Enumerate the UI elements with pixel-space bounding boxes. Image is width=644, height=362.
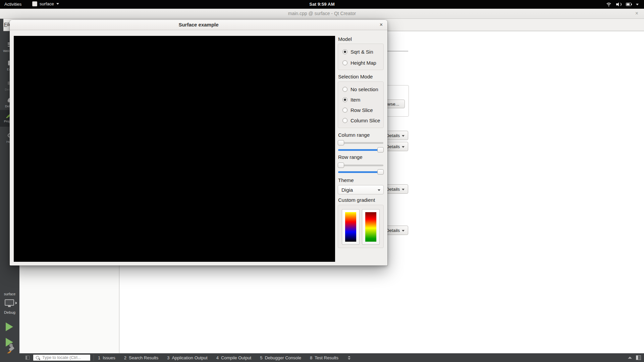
column-range-min-slider[interactable] xyxy=(338,140,384,146)
pane-button-search-results[interactable]: 2 Search Results xyxy=(124,355,158,360)
custom-gradient-label: Custom gradient xyxy=(338,197,375,203)
locator-input[interactable] xyxy=(33,355,90,361)
statusbar-separator xyxy=(94,355,94,361)
theme-combobox[interactable]: Digia xyxy=(338,185,384,194)
slider-track[interactable] xyxy=(338,142,383,144)
pane-number: 2 xyxy=(124,355,126,360)
pane-number: 8 xyxy=(310,355,312,360)
pane-button-issues[interactable]: 1 Issues xyxy=(98,355,115,360)
radio-label: Height Map xyxy=(351,60,376,66)
radio-icon[interactable] xyxy=(342,87,347,92)
theme-label: Theme xyxy=(338,178,354,183)
pane-number: 1 xyxy=(98,355,100,360)
play-icon xyxy=(6,322,13,331)
gradient-two-swatch xyxy=(365,212,376,242)
pane-number: 5 xyxy=(260,355,262,360)
pane-button-debugger-console[interactable]: 5 Debugger Console xyxy=(260,355,301,360)
radio-height-map[interactable]: Height Map xyxy=(342,60,376,65)
pane-cycle-arrows-icon[interactable] xyxy=(348,356,351,360)
radio-row-slice[interactable]: Row Slice xyxy=(342,107,373,113)
surface-3d-viewport[interactable] xyxy=(14,36,335,262)
radio-icon[interactable] xyxy=(342,118,347,123)
dialog-titlebar: Surface example × xyxy=(10,20,387,30)
model-section-label: Model xyxy=(338,37,352,42)
qtcreator-titlebar: main.cpp @ surface - Qt Creator × xyxy=(0,9,644,19)
chevron-down-icon xyxy=(402,146,405,148)
qtcreator-window-title: main.cpp @ surface - Qt Creator xyxy=(0,9,644,18)
radio-sqrt-sin[interactable]: Sqrt & Sin xyxy=(342,49,373,54)
radio-icon[interactable] xyxy=(342,97,347,102)
window-corner xyxy=(0,19,3,31)
clock[interactable]: Sat 9:59 AM xyxy=(0,2,644,7)
model-groupbox: Sqrt & Sin Height Map xyxy=(338,44,384,70)
radio-column-slice[interactable]: Column Slice xyxy=(342,118,380,123)
slider-track[interactable] xyxy=(338,171,383,173)
theme-selected-value: Digia xyxy=(338,187,353,193)
target-selector-button[interactable] xyxy=(5,299,14,306)
radio-label: Row Slice xyxy=(351,107,373,113)
output-pane-buttons: 1 Issues 2 Search Results 3 Application … xyxy=(98,353,351,362)
pane-label: Debugger Console xyxy=(265,355,301,360)
gradient-two-button[interactable] xyxy=(362,209,380,245)
surface-example-dialog: Surface example × Model Sqrt & Sin Heigh… xyxy=(10,20,387,265)
selection-mode-section-label: Selection Mode xyxy=(338,74,373,79)
screen: Activities surface Sat 9:59 AM main.cpp … xyxy=(0,0,644,362)
pane-button-compile-output[interactable]: 4 Compile Output xyxy=(216,355,252,360)
selection-mode-groupbox: No selection Item Row Slice Column Slice xyxy=(338,81,384,128)
details-button-label: Details xyxy=(386,144,400,149)
column-range-max-slider[interactable] xyxy=(338,147,384,153)
pane-label: Search Results xyxy=(129,355,158,360)
target-build-config: Debug xyxy=(0,310,19,314)
locator[interactable] xyxy=(33,354,91,361)
chevron-down-icon xyxy=(402,189,405,190)
split-panel-icon[interactable] xyxy=(636,355,641,360)
battery-icon xyxy=(626,3,631,6)
radio-label: No selection xyxy=(351,86,378,92)
radio-item[interactable]: Item xyxy=(342,97,360,102)
details-button-label: Details xyxy=(386,133,400,138)
sidebar-toggle-icon[interactable] xyxy=(25,356,30,360)
expand-panel-icon[interactable] xyxy=(628,357,632,359)
chevron-down-icon xyxy=(402,230,405,232)
slider-handle[interactable] xyxy=(377,147,384,153)
details-button-label: Details xyxy=(386,187,400,192)
pane-button-application-output[interactable]: 3 Application Output xyxy=(167,355,207,360)
slider-track[interactable] xyxy=(338,149,383,151)
dialog-close-button[interactable]: × xyxy=(380,20,383,30)
statusbar: 1 Issues 2 Search Results 3 Application … xyxy=(0,353,644,362)
radio-no-selection[interactable]: No selection xyxy=(342,86,378,92)
pane-label: Issues xyxy=(103,355,115,360)
gradient-one-button[interactable] xyxy=(342,209,360,245)
chevron-down-icon xyxy=(402,135,405,137)
pane-label: Compile Output xyxy=(221,355,251,360)
pane-button-test-results[interactable]: 8 Test Results xyxy=(310,355,338,360)
custom-gradient-groupbox xyxy=(338,205,384,248)
radio-label: Column Slice xyxy=(351,118,380,123)
wifi-icon xyxy=(606,3,611,6)
radio-label: Item xyxy=(351,97,360,103)
volume-icon xyxy=(616,2,621,6)
chevron-down-icon xyxy=(636,4,639,5)
chevron-down-icon xyxy=(378,189,380,191)
slider-handle[interactable] xyxy=(338,140,344,145)
radio-icon[interactable] xyxy=(342,49,347,54)
radio-label: Sqrt & Sin xyxy=(351,49,373,55)
radio-icon[interactable] xyxy=(342,108,347,113)
hammer-icon xyxy=(9,346,14,351)
qtcreator-close-button[interactable]: × xyxy=(635,9,638,18)
slider-track[interactable] xyxy=(338,165,383,166)
pane-label: Application Output xyxy=(172,355,207,360)
slider-handle[interactable] xyxy=(377,169,384,175)
pane-number: 4 xyxy=(216,355,219,360)
pane-label: Test Results xyxy=(315,355,338,360)
row-range-min-slider[interactable] xyxy=(338,162,384,168)
dialog-title: Surface example xyxy=(10,20,387,30)
run-button[interactable] xyxy=(6,322,13,331)
details-button-label: Details xyxy=(386,228,400,233)
row-range-max-slider[interactable] xyxy=(338,169,384,175)
target-project-name: surface xyxy=(0,292,19,296)
slider-handle[interactable] xyxy=(338,163,344,168)
system-tray[interactable] xyxy=(606,0,639,9)
chevron-right-icon xyxy=(15,302,17,304)
radio-icon[interactable] xyxy=(342,60,347,65)
